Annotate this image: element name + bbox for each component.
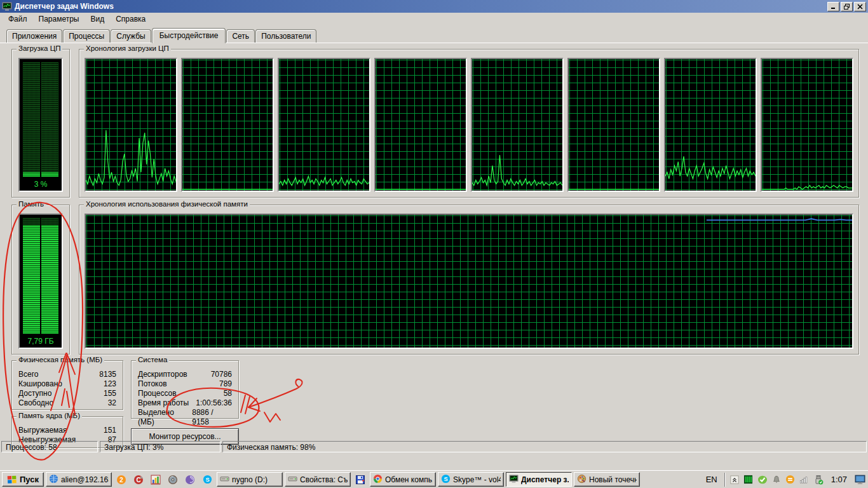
paint-icon xyxy=(577,474,587,485)
cpu-meter-column-right xyxy=(41,62,58,177)
led-grid-icon[interactable] xyxy=(742,473,755,486)
tray-divider xyxy=(724,473,726,487)
stat-row-всего: Всего8135 xyxy=(18,370,116,379)
title-bar[interactable]: Диспетчер задач Windows xyxy=(0,0,868,13)
ccleaner-icon[interactable]: C xyxy=(131,472,146,487)
taskbar-button-label: Диспетчер з... xyxy=(521,475,569,484)
cpu-history-label: Хронология загрузки ЦП xyxy=(84,44,171,52)
stat-label: Процессов xyxy=(138,389,177,398)
cpu-history-graphs xyxy=(85,58,853,192)
chevron-up-icon[interactable] xyxy=(728,473,741,486)
performance-tab-page: Загрузка ЦП 3 % Хронология загрузки ЦП П… xyxy=(0,43,868,437)
stat-value: 32 xyxy=(108,398,116,408)
tab-strip: ПриложенияПроцессыСлужбыБыстродействиеСе… xyxy=(0,26,868,43)
stat-row-выделено-мб: Выделено (МБ)8886 / 9158 xyxy=(138,408,232,427)
taskbar-button-обмен-компь[interactable]: Обмен компь... xyxy=(370,472,436,487)
cpu-core-8-history-graph xyxy=(761,58,853,192)
memory-usage-value: 7,79 ГБ xyxy=(20,337,62,346)
bell-icon[interactable] xyxy=(770,473,783,486)
memory-usage-group: Память 7,79 ГБ xyxy=(11,205,70,355)
taskbar-button-свойства-съ[interactable]: Свойства: Съ... xyxy=(285,472,351,487)
taskmgr-icon xyxy=(509,474,519,485)
menu-bar: ФайлПараметрыВидСправка xyxy=(0,13,868,26)
tab-сеть[interactable]: Сеть xyxy=(226,29,255,43)
clock[interactable]: 1:07 xyxy=(826,475,852,484)
close-button[interactable] xyxy=(854,2,866,11)
stat-row-дескрипторов: Дескрипторов70786 xyxy=(138,370,232,379)
dnd-icon[interactable] xyxy=(784,473,797,486)
memory-usage-meter: 7,79 ГБ xyxy=(18,214,63,349)
menu-item-справка[interactable]: Справка xyxy=(110,13,151,25)
svg-text:S: S xyxy=(444,475,447,482)
stat-row-свободно: Свободно32 xyxy=(18,398,116,408)
stat-value: 151 xyxy=(104,426,116,435)
stat-value: 58 xyxy=(224,389,232,398)
memory-usage-label: Память xyxy=(17,200,46,208)
system-label: Система xyxy=(136,356,169,363)
tab-пользователи[interactable]: Пользователи xyxy=(255,29,316,43)
system-rows: Дескрипторов70786Потоков789Процессов58Вр… xyxy=(138,370,232,414)
tab-быстродействие[interactable]: Быстродействие xyxy=(152,28,226,43)
language-indicator[interactable]: EN xyxy=(702,475,722,484)
minimize-button[interactable] xyxy=(827,2,839,11)
cpu-core-4-history-graph xyxy=(374,58,467,192)
physical-memory-label: Физическая память (МБ) xyxy=(17,356,104,363)
memory-history-label: Хронология использования физической памя… xyxy=(84,200,250,208)
stat-label: Всего xyxy=(18,370,38,379)
cpu-core-3-history-graph xyxy=(278,58,370,192)
cpu-core-2-history-graph xyxy=(181,58,274,192)
taskbar: Пуск alien@192.168...2CSnygno (D:)Свойст… xyxy=(0,470,868,488)
stat-label: Доступно xyxy=(18,389,51,398)
stat-label: Свободно xyxy=(18,398,53,408)
window-title: Диспетчер задач Windows xyxy=(15,2,114,11)
tab-приложения[interactable]: Приложения xyxy=(6,29,62,43)
tab-процессы[interactable]: Процессы xyxy=(63,29,110,43)
start-button[interactable]: Пуск xyxy=(2,472,44,487)
floppy-icon[interactable] xyxy=(353,472,368,487)
taskbar-button-alien-192-168[interactable]: alien@192.168... xyxy=(46,472,112,487)
taskbar-button-label: Свойства: Съ... xyxy=(300,475,348,484)
taskbar-button-label: Новый точечн... xyxy=(589,475,637,484)
stat-row-доступно: Доступно155 xyxy=(18,389,116,398)
cpu-usage-label: Загрузка ЦП xyxy=(17,44,62,52)
tab-службы[interactable]: Службы xyxy=(111,29,151,43)
2gis-icon[interactable]: 2 xyxy=(114,472,129,487)
task-manager-window: Диспетчер задач Windows ФайлПараметрыВид… xyxy=(0,0,868,470)
cpu-usage-group: Загрузка ЦП 3 % xyxy=(11,49,70,198)
memory-usage-history-graph xyxy=(85,214,853,349)
taskbar-button-skype-vol4[interactable]: SSkype™ - vol4... xyxy=(438,472,504,487)
chart-icon[interactable] xyxy=(148,472,163,487)
menu-item-параметры[interactable]: Параметры xyxy=(33,13,85,25)
stat-value: 1:00:56:36 xyxy=(196,398,232,408)
taskbar-button-диспетчер-з[interactable]: Диспетчер з... xyxy=(506,472,572,487)
usb-check-icon[interactable] xyxy=(812,473,825,486)
stat-label: Кэшировано xyxy=(18,379,62,389)
display-settings-icon[interactable] xyxy=(853,473,866,486)
taskbar-button-новый-точечн[interactable]: Новый точечн... xyxy=(574,472,640,487)
menu-item-вид[interactable]: Вид xyxy=(85,13,110,25)
start-button-label: Пуск xyxy=(20,475,39,484)
stat-value: 155 xyxy=(104,389,116,398)
stat-label: Выгружаемая xyxy=(18,426,67,435)
skype-icon[interactable]: S xyxy=(200,472,215,487)
swirl-icon[interactable] xyxy=(182,472,198,487)
menu-item-файл[interactable]: Файл xyxy=(3,13,33,25)
restore-button[interactable] xyxy=(841,2,853,11)
disc-icon[interactable] xyxy=(165,472,180,487)
stat-label: Время работы xyxy=(138,398,189,408)
shield-check-icon[interactable] xyxy=(756,473,769,486)
stat-row-потоков: Потоков789 xyxy=(138,379,232,389)
status-bar: Процессов: 58 Загрузка ЦП: 3% Физическая… xyxy=(0,440,868,454)
cpu-core-6-history-graph xyxy=(567,58,660,192)
cpu-history-group: Хронология загрузки ЦП xyxy=(79,49,859,198)
memory-history-graph-wrap xyxy=(85,214,853,349)
status-processes: Процессов: 58 xyxy=(1,441,98,452)
cpu-core-1-history-graph xyxy=(85,58,177,192)
drive-icon xyxy=(220,474,229,485)
stat-row-процессов: Процессов58 xyxy=(138,389,232,398)
stat-value: 123 xyxy=(104,379,116,389)
signal-icon[interactable] xyxy=(798,473,811,486)
cpu-usage-meter: 3 % xyxy=(18,58,63,192)
status-physical-memory: Физическая память: 98% xyxy=(222,441,867,452)
taskbar-button-nygno-d[interactable]: nygno (D:) xyxy=(217,472,283,487)
